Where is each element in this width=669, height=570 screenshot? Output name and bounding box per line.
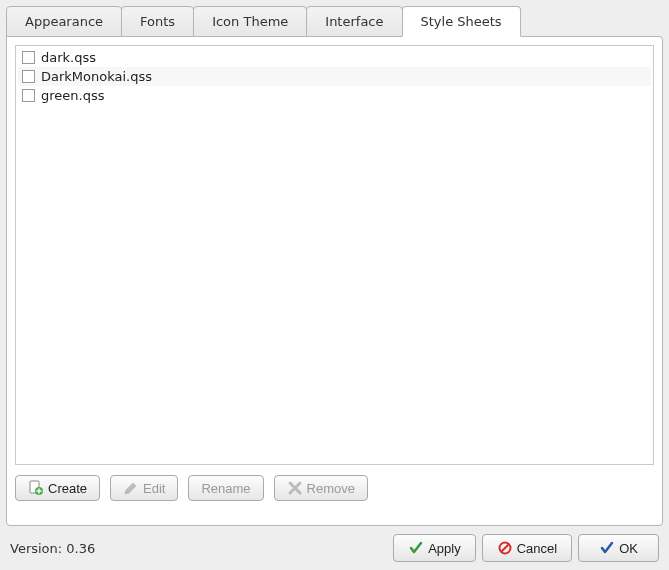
list-item[interactable]: DarkMonokai.qss bbox=[18, 67, 651, 86]
new-file-plus-icon bbox=[28, 480, 44, 496]
checkbox-icon[interactable] bbox=[22, 51, 35, 64]
checkbox-icon[interactable] bbox=[22, 89, 35, 102]
list-item[interactable]: green.qss bbox=[18, 86, 651, 105]
footer-buttons: Apply Cancel OK bbox=[393, 534, 659, 562]
tab-style-sheets[interactable]: Style Sheets bbox=[402, 6, 521, 37]
version-label: Version: 0.36 bbox=[10, 541, 393, 556]
apply-button[interactable]: Apply bbox=[393, 534, 476, 562]
stylesheet-list[interactable]: dark.qss DarkMonokai.qss green.qss bbox=[15, 45, 654, 465]
check-icon bbox=[408, 540, 424, 556]
tab-icon-theme[interactable]: Icon Theme bbox=[193, 6, 307, 37]
cancel-button[interactable]: Cancel bbox=[482, 534, 572, 562]
ok-button-label: OK bbox=[619, 541, 638, 556]
list-toolbar: Create Edit Rename Remove bbox=[15, 475, 654, 501]
tab-interface[interactable]: Interface bbox=[306, 6, 402, 37]
tab-fonts[interactable]: Fonts bbox=[121, 6, 194, 37]
edit-button[interactable]: Edit bbox=[110, 475, 178, 501]
apply-button-label: Apply bbox=[428, 541, 461, 556]
ok-button[interactable]: OK bbox=[578, 534, 659, 562]
edit-button-label: Edit bbox=[143, 481, 165, 496]
tabs-bar: Appearance Fonts Icon Theme Interface St… bbox=[0, 0, 669, 37]
check-icon bbox=[599, 540, 615, 556]
checkbox-icon[interactable] bbox=[22, 70, 35, 83]
create-button[interactable]: Create bbox=[15, 475, 100, 501]
list-item[interactable]: dark.qss bbox=[18, 48, 651, 67]
rename-button[interactable]: Rename bbox=[188, 475, 263, 501]
pencil-icon bbox=[123, 480, 139, 496]
list-item-label: dark.qss bbox=[41, 50, 96, 65]
svg-line-3 bbox=[501, 544, 509, 552]
delete-x-icon bbox=[287, 480, 303, 496]
rename-button-label: Rename bbox=[201, 481, 250, 496]
tab-content: dark.qss DarkMonokai.qss green.qss Creat… bbox=[6, 36, 663, 526]
dialog-footer: Version: 0.36 Apply Cancel bbox=[10, 534, 659, 562]
prohibit-icon bbox=[497, 540, 513, 556]
create-button-label: Create bbox=[48, 481, 87, 496]
cancel-button-label: Cancel bbox=[517, 541, 557, 556]
list-item-label: green.qss bbox=[41, 88, 104, 103]
tab-appearance[interactable]: Appearance bbox=[6, 6, 122, 37]
remove-button[interactable]: Remove bbox=[274, 475, 368, 501]
remove-button-label: Remove bbox=[307, 481, 355, 496]
list-item-label: DarkMonokai.qss bbox=[41, 69, 152, 84]
